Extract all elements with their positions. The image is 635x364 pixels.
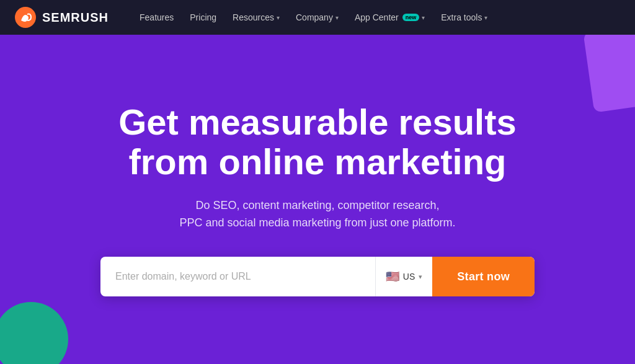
- new-badge: new: [402, 14, 420, 21]
- brand-name: SEMRUSH: [42, 11, 109, 25]
- logo[interactable]: SEMRUSH: [15, 7, 109, 28]
- search-bar: 🇺🇸 US ▾ Start now: [100, 257, 535, 296]
- nav-item-company[interactable]: Company ▾: [290, 7, 345, 27]
- nav-items: Features Pricing Resources ▾ Company ▾ A…: [133, 7, 620, 27]
- country-code-label: US: [403, 272, 415, 282]
- hero-title: Get measurable results from online marke…: [100, 102, 535, 182]
- hero-subtitle: Do SEO, content marketing, competitor re…: [100, 197, 535, 233]
- search-input[interactable]: [100, 257, 375, 296]
- hero-content: Get measurable results from online marke…: [88, 102, 547, 296]
- nav-item-extra-tools[interactable]: Extra tools ▾: [435, 7, 494, 27]
- deco-shape-bottom-left: [0, 302, 68, 364]
- chevron-down-icon: ▾: [277, 14, 280, 21]
- chevron-down-icon: ▾: [335, 14, 339, 21]
- nav-item-app-center[interactable]: App Center new ▾: [349, 7, 431, 27]
- deco-shape-top-right: [583, 35, 635, 113]
- chevron-down-icon: ▾: [419, 273, 422, 281]
- start-now-button[interactable]: Start now: [432, 257, 535, 296]
- nav-item-resources[interactable]: Resources ▾: [226, 7, 286, 27]
- chevron-down-icon: ▾: [422, 14, 425, 21]
- country-selector[interactable]: 🇺🇸 US ▾: [375, 257, 432, 296]
- nav-item-pricing[interactable]: Pricing: [184, 7, 223, 27]
- us-flag-icon: 🇺🇸: [386, 270, 399, 283]
- navbar: SEMRUSH Features Pricing Resources ▾ Com…: [0, 0, 635, 35]
- chevron-down-icon: ▾: [484, 14, 487, 21]
- semrush-logo-icon: [15, 7, 36, 28]
- nav-item-features[interactable]: Features: [133, 7, 180, 27]
- hero-section: Get measurable results from online marke…: [0, 35, 635, 364]
